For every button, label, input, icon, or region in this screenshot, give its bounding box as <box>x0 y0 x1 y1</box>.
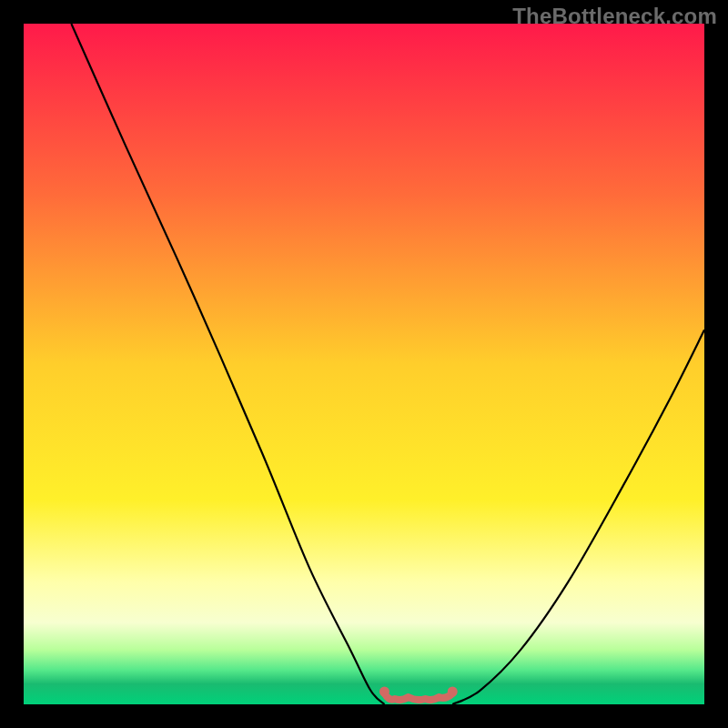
chart-frame: TheBottleneck.com <box>0 0 728 728</box>
flat-segment-endpoint <box>448 687 458 697</box>
watermark-label: TheBottleneck.com <box>512 4 717 29</box>
gradient-background <box>24 24 704 704</box>
flat-segment-endpoint <box>379 687 389 697</box>
chart-svg <box>24 24 704 704</box>
plot-area <box>24 24 704 704</box>
